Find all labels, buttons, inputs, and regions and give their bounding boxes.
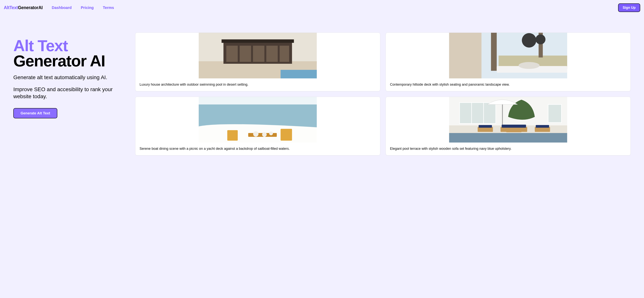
nav-link-terms[interactable]: Terms xyxy=(103,5,114,10)
example-caption: Contemporary hillside deck with stylish … xyxy=(386,78,630,91)
example-cards-grid: Luxury house architecture with outdoor s… xyxy=(135,32,631,155)
svg-point-25 xyxy=(262,132,267,137)
signup-button[interactable]: Sign Up xyxy=(618,3,640,12)
svg-rect-8 xyxy=(266,46,278,62)
example-image xyxy=(136,33,380,78)
svg-rect-5 xyxy=(226,46,238,62)
example-card: Luxury house architecture with outdoor s… xyxy=(135,32,380,91)
example-caption: Luxury house architecture with outdoor s… xyxy=(136,78,380,91)
svg-rect-32 xyxy=(502,104,503,125)
svg-rect-23 xyxy=(281,129,292,141)
svg-point-16 xyxy=(536,34,546,44)
svg-rect-3 xyxy=(222,39,294,43)
example-card: Elegant pool terrace with stylish wooden… xyxy=(386,97,631,155)
svg-point-18 xyxy=(519,62,540,69)
title-line2: Generator AI xyxy=(13,53,128,69)
example-caption: Serene boat dining scene with a picnic o… xyxy=(136,143,380,155)
svg-point-24 xyxy=(253,131,258,137)
example-image xyxy=(386,33,630,78)
svg-rect-36 xyxy=(479,125,492,128)
example-caption: Elegant pool terrace with stylish wooden… xyxy=(386,143,630,155)
page-title: Alt Text Generator AI xyxy=(13,38,128,69)
example-card: Contemporary hillside deck with stylish … xyxy=(386,32,631,91)
svg-rect-31 xyxy=(548,104,562,123)
main-content: Alt Text Generator AI Generate alt text … xyxy=(0,15,644,167)
brand-logo[interactable]: AltTextGeneratorAI xyxy=(4,5,43,10)
svg-rect-41 xyxy=(506,130,522,132)
nav-link-pricing[interactable]: Pricing xyxy=(81,5,94,10)
svg-rect-22 xyxy=(227,130,238,141)
hero: Alt Text Generator AI Generate alt text … xyxy=(13,32,128,118)
example-card: Serene boat dining scene with a picnic o… xyxy=(135,97,380,155)
example-image xyxy=(386,97,630,143)
svg-point-26 xyxy=(269,131,273,135)
svg-rect-28 xyxy=(460,103,496,123)
nav-links: Dashboard Pricing Terms xyxy=(52,5,114,10)
svg-rect-20 xyxy=(199,104,317,127)
svg-rect-38 xyxy=(502,125,526,128)
example-image xyxy=(136,97,380,143)
svg-rect-6 xyxy=(240,46,251,62)
top-nav: AltTextGeneratorAI Dashboard Pricing Ter… xyxy=(0,0,644,15)
svg-rect-34 xyxy=(449,133,567,143)
svg-point-15 xyxy=(522,33,536,47)
hero-subtitle-1: Generate alt text automatically using AI… xyxy=(13,74,128,80)
brand-part2: GeneratorAI xyxy=(18,5,43,10)
title-line1: Alt Text xyxy=(13,38,128,53)
generate-alt-text-button[interactable]: Generate Alt Text xyxy=(13,108,57,118)
brand-part1: AltText xyxy=(4,5,18,10)
svg-rect-2 xyxy=(281,70,317,78)
svg-rect-7 xyxy=(253,46,264,62)
svg-rect-13 xyxy=(491,33,497,71)
svg-rect-40 xyxy=(536,125,549,128)
svg-rect-12 xyxy=(449,33,482,78)
hero-subtitle-2: Improve SEO and accesibility to rank you… xyxy=(13,86,128,100)
svg-rect-9 xyxy=(280,46,289,62)
nav-link-dashboard[interactable]: Dashboard xyxy=(52,5,72,10)
